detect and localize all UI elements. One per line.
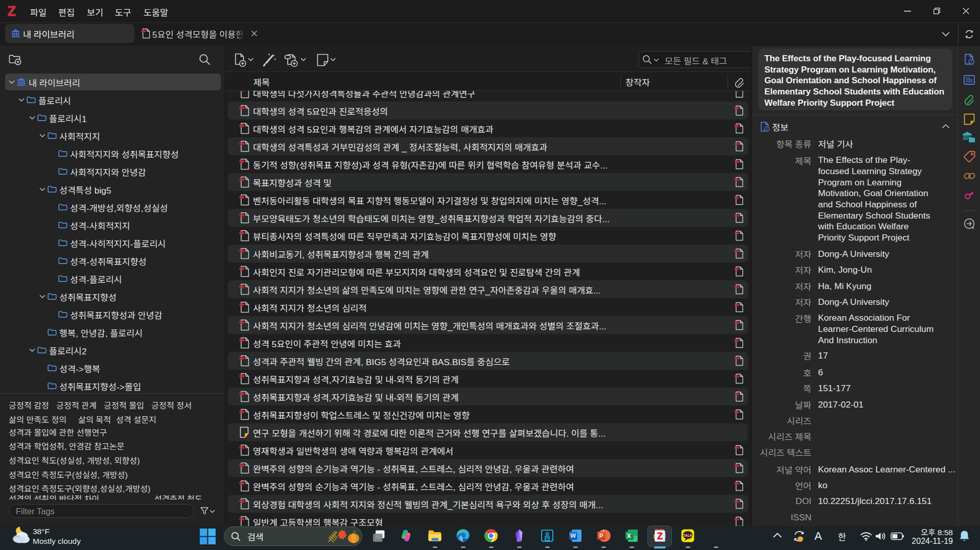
- svg-text:TALK: TALK: [683, 533, 693, 538]
